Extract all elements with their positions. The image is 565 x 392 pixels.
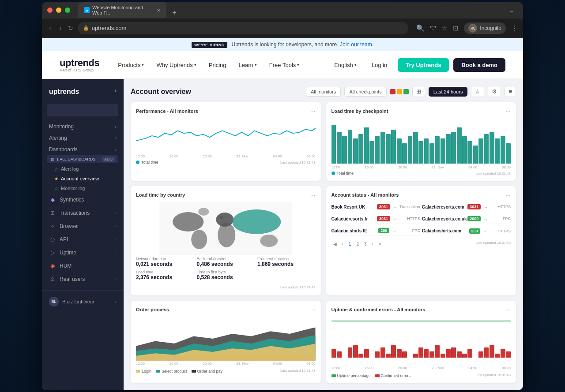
- chevron-down-icon: ▾: [354, 63, 357, 67]
- sidebar-item-alert-log[interactable]: ☆ Alert log: [42, 164, 124, 174]
- page-3-button[interactable]: 3: [362, 241, 369, 247]
- all-checkpoints-filter[interactable]: All checkpoints: [344, 87, 386, 97]
- chart-more-icon[interactable]: ···: [505, 108, 511, 115]
- chart-more-icon[interactable]: ···: [505, 191, 511, 198]
- bar: [495, 138, 500, 164]
- site-logo[interactable]: uptrends Part of ITRS Group: [60, 57, 99, 72]
- bookmark-icon[interactable]: ☆: [442, 24, 448, 32]
- chart-more-icon[interactable]: ···: [310, 306, 316, 313]
- chart-footer: Login Select product Order and pay: [136, 367, 316, 373]
- sidebar-item-synthetics[interactable]: ◆ Synthetics: [42, 193, 124, 206]
- nav-pricing[interactable]: Pricing: [203, 59, 232, 71]
- uptime-chart-card: Uptime & confirmed errors - All monitors…: [326, 301, 516, 383]
- chart-more-icon[interactable]: ···: [505, 306, 511, 313]
- sidebar-item-monitor-log[interactable]: ☆ Monitor log: [42, 183, 124, 193]
- language-selector[interactable]: English ▾: [330, 59, 361, 71]
- page-prev-button[interactable]: ‹: [340, 241, 345, 247]
- chevron-right-icon: ›: [115, 277, 117, 281]
- lock-icon: 🔒: [83, 25, 89, 31]
- minimize-button[interactable]: [56, 7, 61, 13]
- green-status-indicator: [403, 89, 409, 94]
- active-tab[interactable]: u Website Monitoring and Web P... ✕: [78, 2, 166, 18]
- star-icon[interactable]: ☆: [471, 86, 484, 97]
- bar: [364, 127, 369, 164]
- tab-close-icon[interactable]: ✕: [157, 8, 160, 13]
- sidebar-item-api[interactable]: ◌ API ›: [42, 233, 124, 246]
- more-options-icon[interactable]: ≡: [505, 86, 516, 97]
- sidebar-collapse-icon[interactable]: ‹: [114, 87, 117, 94]
- sidebar-bottom: BL Buzz Lightyear ›: [42, 290, 124, 309]
- page-last-button[interactable]: »: [377, 241, 383, 247]
- avatar: 🕵: [468, 24, 477, 33]
- chart-updated: Last updated 16:31:43: [280, 161, 316, 164]
- sidebar-item-transactions[interactable]: ⊞ Transactions ›: [42, 206, 124, 220]
- maximize-button[interactable]: [65, 7, 70, 13]
- sidebar-add-button[interactable]: ADD: [102, 157, 115, 162]
- address-bar[interactable]: 🔒 uptrends.com: [78, 22, 409, 34]
- settings-icon[interactable]: ⚙: [488, 86, 501, 97]
- browser-more-icon[interactable]: ⌄: [505, 5, 518, 15]
- bar: [402, 143, 407, 164]
- all-monitors-filter[interactable]: All monitors: [306, 87, 341, 97]
- svg-point-7: [219, 216, 223, 219]
- sidebar: uptrends ‹ Monitoring › Alerting › Dashb…: [42, 79, 124, 390]
- sidebar-logo: uptrends ‹: [42, 84, 124, 101]
- shield-icon[interactable]: 🛡: [430, 24, 437, 32]
- new-tab-button[interactable]: +: [169, 7, 180, 18]
- svg-point-1: [173, 212, 203, 231]
- bar: [358, 134, 363, 164]
- chart-more-icon[interactable]: ···: [310, 191, 316, 198]
- legend-dot: [331, 172, 335, 175]
- page-next-button[interactable]: ›: [370, 241, 375, 247]
- nav-why-uptrends[interactable]: Why Uptrends ▾: [151, 59, 201, 71]
- real users-icon: ⊙: [49, 276, 56, 283]
- sidebar-item-uptime[interactable]: ▷ Uptime ›: [42, 246, 124, 259]
- account-status-card: Account status - All monitors ··· Book R…: [326, 186, 516, 295]
- svg-point-8: [198, 208, 209, 216]
- nav-learn[interactable]: Learn ▾: [234, 59, 262, 71]
- world-map-container: [136, 202, 316, 255]
- sidebar-alerting[interactable]: Alerting ›: [42, 132, 124, 144]
- forward-button[interactable]: ›: [57, 22, 63, 34]
- hiring-link[interactable]: Join our team.: [340, 41, 373, 48]
- nav-products[interactable]: Products ▾: [113, 59, 149, 71]
- sidebar-user[interactable]: BL Buzz Lightyear ›: [42, 294, 124, 309]
- menu-icon[interactable]: ⋮: [511, 24, 518, 32]
- login-button[interactable]: Log in: [365, 59, 393, 71]
- incognito-button[interactable]: 🕵 Incognito: [464, 22, 506, 34]
- chart-header: Load time by country ···: [136, 191, 316, 198]
- stat-ttfb: Time to first byte 0,528 seconds: [197, 270, 255, 280]
- sidebar-item-rum[interactable]: ◉ RUM: [42, 259, 124, 273]
- chevron-right-icon: ›: [115, 224, 117, 228]
- dashboard-controls: All monitors All checkpoints ⊞ Last 24 h…: [306, 86, 516, 97]
- back-button[interactable]: ‹: [47, 22, 53, 34]
- sidebar-search[interactable]: [47, 104, 118, 116]
- page-2-button[interactable]: 2: [354, 241, 361, 247]
- page-1-button[interactable]: 1: [347, 241, 353, 247]
- monitor-row-2-right: Galacticresorts.co.uk 2000 → FPC: [422, 214, 511, 224]
- chart-more-icon[interactable]: ···: [310, 108, 316, 115]
- page-first-button[interactable]: ◀: [331, 241, 339, 247]
- book-demo-button[interactable]: Book a demo: [453, 58, 505, 72]
- bar: [369, 141, 374, 164]
- bar: [424, 138, 429, 164]
- sidebar-item-account-overview[interactable]: ★ Account overview: [42, 174, 124, 183]
- bar: [435, 136, 440, 164]
- reload-button[interactable]: ↻: [68, 25, 73, 32]
- status-indicators: [390, 89, 409, 94]
- sidebar-item-browser[interactable]: ○ Browser ›: [42, 220, 124, 233]
- nav-free-tools[interactable]: Free Tools ▾: [264, 59, 305, 71]
- grid-view-icon[interactable]: ⊞: [412, 86, 425, 97]
- monitor-row-1-right: Galacticresorts.com 3031 → HTTPS: [422, 202, 511, 212]
- split-view-icon[interactable]: ⊡: [453, 24, 459, 32]
- sidebar-all-dashboards[interactable]: ▤ 1 ALL DASHBOARDS ADD: [47, 155, 118, 163]
- nav-links: Products ▾ Why Uptrends ▾ Pricing Learn …: [113, 59, 330, 71]
- sidebar-item-real-users[interactable]: ⊙ Real users ›: [42, 273, 124, 286]
- search-icon[interactable]: 🔍: [416, 24, 425, 32]
- arrow-icon: →: [393, 217, 397, 221]
- last-24h-filter[interactable]: Last 24 hours: [429, 87, 468, 97]
- try-uptrends-button[interactable]: Try Uptrends: [398, 58, 449, 72]
- legend-uptime: Uptime percentage: [331, 373, 371, 378]
- close-button[interactable]: [47, 7, 53, 13]
- sidebar-monitoring[interactable]: Monitoring ›: [42, 121, 124, 132]
